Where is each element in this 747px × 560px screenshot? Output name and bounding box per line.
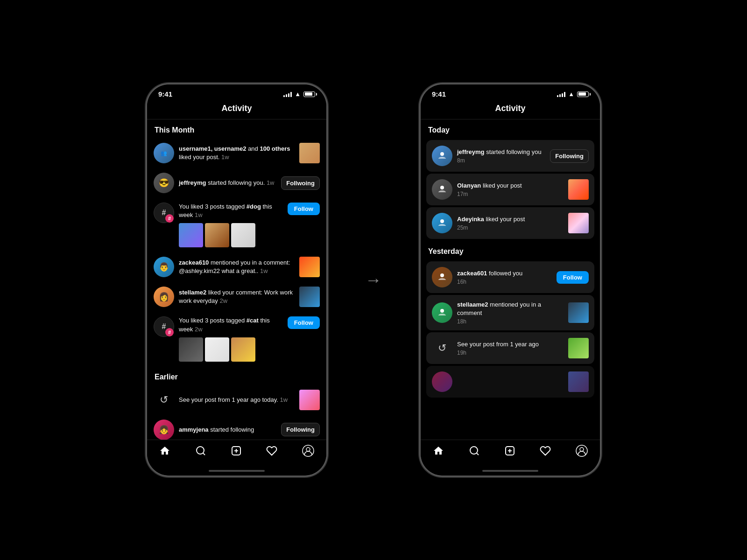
post-thumbnail (568, 213, 589, 233)
list-item: 👧 ammyjena started following Following (147, 415, 326, 440)
list-item: Olanyan liked your post 17m (426, 174, 594, 205)
nav-home[interactable] (159, 445, 170, 456)
nav-home[interactable] (433, 445, 444, 456)
status-time-right: 9:41 (432, 90, 446, 98)
hashtag-avatar: # # (154, 316, 174, 337)
battery-icon (303, 91, 315, 97)
hashtag-badge: # (165, 214, 174, 223)
avatar (432, 267, 452, 287)
time-text: 16h (457, 279, 552, 285)
app-header-left: Activity (147, 100, 326, 119)
nav-add[interactable] (231, 445, 242, 456)
follow-button[interactable]: Follow (288, 203, 320, 215)
section-today: Today (421, 119, 600, 138)
avatar: 👨 (154, 257, 174, 277)
mini-thumb (205, 223, 229, 247)
avatar: 😎 (154, 173, 174, 193)
item-main-text (457, 378, 564, 386)
time-text: 17m (457, 191, 564, 197)
item-text: jeffreymg started following you. 1w (179, 179, 276, 187)
nav-heart[interactable] (540, 445, 551, 456)
avatar (432, 213, 452, 233)
phone-screen-right: 9:41 ▲ Activity Today (421, 84, 600, 476)
item-main-text: zackea601 followed you (457, 269, 552, 278)
page-title-right: Activity (428, 104, 592, 113)
mini-thumbs (179, 223, 283, 247)
post-thumbnail (299, 257, 320, 277)
nav-heart[interactable] (266, 445, 277, 456)
svg-point-5 (440, 186, 444, 189)
svg-point-3 (306, 448, 310, 451)
avatar (432, 302, 452, 323)
item-text: stellame2 liked your comment: Work work … (179, 288, 295, 305)
avatar (432, 371, 452, 392)
item-main-text: username1, username2 and 100 others like… (179, 145, 295, 161)
list-item: stellaame2 mentioned you in a comment 18… (426, 295, 594, 330)
list-item: 😎 jeffreymg started following you. 1w Fo… (147, 168, 326, 198)
status-icons-right: ▲ (557, 91, 589, 98)
nav-add[interactable] (504, 445, 515, 456)
home-indicator (147, 466, 326, 476)
svg-point-0 (197, 447, 204, 454)
follow-button[interactable]: Follow (288, 316, 320, 329)
status-icons-left: ▲ (283, 91, 315, 98)
section-earlier: Earlier (147, 366, 326, 385)
content-left[interactable]: This Month 👥 username1, username2 and 10… (147, 119, 326, 440)
following-button[interactable]: Following (550, 149, 589, 163)
item-main-text: jeffreymg started following you (457, 148, 545, 156)
list-item: 👩 stellame2 liked your comment: Work wor… (147, 282, 326, 312)
avatar (432, 179, 452, 200)
item-main-text: You liked 3 posts tagged #dog this week … (179, 203, 283, 219)
item-text: Adeyinka liked your post 25m (457, 215, 564, 231)
post-thumbnail (568, 179, 589, 200)
phone-screen-left: 9:41 ▲ Activity This Month (147, 84, 326, 476)
status-bar-right: 9:41 ▲ (421, 84, 600, 100)
svg-point-7 (440, 273, 444, 277)
avatar: 👧 (154, 420, 174, 440)
history-avatar: ↺ (154, 390, 174, 410)
item-text: zackea610 mentioned you in a comment: @a… (179, 259, 295, 275)
nav-profile[interactable] (302, 445, 314, 457)
following-button[interactable]: Follwoing (281, 176, 320, 190)
phone-left: 9:41 ▲ Activity This Month (146, 83, 328, 477)
item-main-text: Adeyinka liked your post (457, 215, 564, 224)
wifi-icon: ▲ (295, 91, 301, 98)
list-item: # # You liked 3 posts tagged #cat this w… (147, 312, 326, 366)
nav-search[interactable] (469, 445, 480, 456)
status-time-left: 9:41 (158, 90, 172, 98)
list-item: Adeyinka liked your post 25m (426, 207, 594, 239)
item-main-text: See your post from 1 year ago (457, 340, 564, 349)
post-thumbnail (568, 338, 589, 358)
follow-button[interactable]: Follow (557, 271, 589, 284)
arrow-icon: → (365, 270, 382, 290)
mini-thumb (231, 337, 255, 362)
item-main-text: stellaame2 mentioned you in a comment (457, 301, 564, 317)
list-item: 👥 username1, username2 and 100 others li… (147, 138, 326, 168)
section-this-month: This Month (147, 119, 326, 138)
list-item: # # You liked 3 posts tagged #dog this w… (147, 198, 326, 252)
item-text: zackea601 followed you 16h (457, 269, 552, 285)
hashtag-badge: # (165, 328, 174, 336)
nav-search[interactable] (195, 445, 206, 456)
app-header-right: Activity (421, 100, 600, 119)
item-text: You liked 3 posts tagged #dog this week … (179, 203, 283, 247)
item-text: See your post from 1 year ago 19h (457, 340, 564, 356)
list-item: ↺ See your post from 1 year ago 19h (426, 332, 594, 364)
time-text: 19h (457, 350, 564, 356)
page-title-left: Activity (155, 104, 319, 113)
following-button[interactable]: Following (281, 423, 320, 436)
history-avatar: ↺ (432, 338, 452, 358)
avatar: 👥 (154, 143, 174, 163)
item-main-text: zackea610 mentioned you in a comment: @a… (179, 259, 295, 275)
list-item: 👨 zackea610 mentioned you in a comment: … (147, 252, 326, 282)
nav-profile[interactable] (576, 445, 588, 457)
mini-thumb (231, 223, 255, 247)
post-thumbnail (299, 143, 320, 163)
bottom-nav-right (421, 440, 600, 466)
home-indicator (421, 466, 600, 476)
item-text: You liked 3 posts tagged #cat this week … (179, 316, 283, 361)
mini-thumb (179, 337, 203, 362)
content-right[interactable]: Today jeffreymg started following you 8m… (421, 119, 600, 440)
svg-point-12 (580, 448, 584, 451)
svg-point-8 (440, 309, 444, 313)
